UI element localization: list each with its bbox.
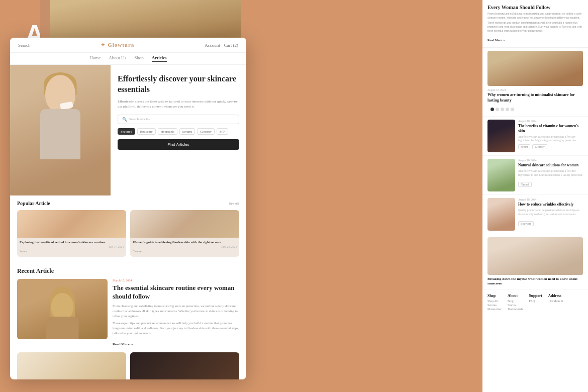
recent-section-title: Recent Article xyxy=(17,267,239,275)
browser-search[interactable]: Search xyxy=(18,43,31,48)
filter-bodycare[interactable]: Bodycare xyxy=(137,128,156,135)
page-dot-4[interactable] xyxy=(506,108,509,111)
person-face xyxy=(45,75,75,113)
filter-serums[interactable]: Serums xyxy=(179,128,195,135)
right-top-desc: From cleansing and exfoliating to moistu… xyxy=(487,12,583,20)
hero-description: Effortlessly access the latest articles … xyxy=(118,99,239,110)
right-card-img-4 xyxy=(487,198,515,231)
right-card-title-3: Natural skincare solutions for women xyxy=(518,163,583,168)
hero-image xyxy=(10,65,111,195)
footer-support-title: Support xyxy=(529,293,542,298)
footer-support: Support FAQ xyxy=(529,293,542,312)
nav-shop[interactable]: Shop xyxy=(134,55,144,62)
search-placeholder: Search articles... xyxy=(129,117,152,121)
popular-card-tag-2: Cleanser xyxy=(133,250,142,253)
find-articles-button[interactable]: Find Articles xyxy=(118,139,239,150)
top-person xyxy=(50,0,241,39)
browser-nav-right: Account Cart (2) xyxy=(205,43,238,48)
hero-person-image xyxy=(10,65,111,195)
browser-window: Search ✦ Glowtura Account Cart (2) Home … xyxy=(10,38,246,379)
recent-section: Recent Article March 15, 2024 The essent… xyxy=(10,262,246,379)
recent-article-content: March 15, 2024 The essential skincare ro… xyxy=(113,279,239,347)
footer-shop-title: Shop xyxy=(487,293,502,298)
footer-support-item-1[interactable]: FAQ xyxy=(529,300,542,303)
footer-shop-item-3[interactable]: Moisturizer xyxy=(487,308,502,311)
right-card-content-4: August 18, 2024 How to reduce wrinkles e… xyxy=(518,198,583,231)
footer-shop-item-2[interactable]: Serums xyxy=(487,304,502,307)
footer-shop: Shop Shop All Serums Moisturizer xyxy=(487,293,502,312)
popular-card-body-2: Women's guide to achieving flawless skin… xyxy=(130,238,239,257)
account-link[interactable]: Account xyxy=(205,43,220,48)
right-card-img-1 xyxy=(487,51,583,86)
cart-link[interactable]: Cart (2) xyxy=(224,43,238,48)
filter-tags: Featured Bodycare Hydrogels Serums Clean… xyxy=(118,128,239,135)
footer-about-item-2[interactable]: Stories xyxy=(508,304,523,307)
footer-address-item-1: 123 Main St xyxy=(548,300,563,303)
popular-card-body-1: Exploring the benefits of retinol in wom… xyxy=(17,238,126,257)
footer-about: About Blog Stories Testimonials xyxy=(508,293,523,312)
page-dot-1[interactable] xyxy=(491,108,494,111)
right-card-3: August 18, 2024 Natural skincare solutio… xyxy=(482,156,588,195)
right-card-title-2: The benefits of vitamin c for women's sk… xyxy=(518,124,583,134)
article-search-bar[interactable]: 🔍 Search articles... xyxy=(118,115,239,124)
hero-section: Effortlessly discover your skincare esse… xyxy=(10,65,246,195)
page-dot-2[interactable] xyxy=(496,108,499,111)
filter-hydrogels[interactable]: Hydrogels xyxy=(158,128,177,135)
popular-card-title-2: Women's guide to achieving flawless skin… xyxy=(133,240,237,244)
page-dot-3[interactable] xyxy=(501,108,504,111)
site-logo[interactable]: ✦ Glowtura xyxy=(101,42,134,48)
right-card-1: August 18, 2024 Why women are turning to… xyxy=(482,48,588,117)
person-body xyxy=(40,109,80,159)
right-sunscreen-img xyxy=(487,237,583,275)
page-dot-5[interactable] xyxy=(511,108,514,111)
article-date: March 15, 2024 xyxy=(113,279,239,282)
right-card-date-4: August 18, 2024 xyxy=(518,198,583,201)
right-card-date-2: August 18, 2024 xyxy=(518,120,583,123)
right-card-4: August 18, 2024 How to reduce wrinkles e… xyxy=(482,195,588,234)
featured-article-title: The essential skincare routine every wom… xyxy=(113,284,239,301)
right-card-2: August 18, 2024 The benefits of vitamin … xyxy=(482,117,588,156)
popular-card-title-1: Exploring the benefits of retinol in wom… xyxy=(20,240,124,244)
article-desc-2: These expert tips and product recommenda… xyxy=(113,321,239,335)
right-card-content-2: August 18, 2024 The benefits of vitamin … xyxy=(518,120,583,152)
right-card-title-1: Why women are turning to minimalist skin… xyxy=(487,92,583,103)
nav-about[interactable]: About Us xyxy=(109,55,126,62)
popular-header: Popular Article See All xyxy=(17,201,239,206)
right-card-title-4: How to reduce wrinkles effectively xyxy=(518,202,583,207)
right-panel: Every Woman Should Follow From cleansing… xyxy=(482,0,588,392)
right-top-article: Every Woman Should Follow From cleansing… xyxy=(482,0,588,48)
top-hero-image xyxy=(50,0,241,39)
read-more-link[interactable]: Read More → xyxy=(113,342,134,346)
right-card-desc-4: Quality products can help reduce wrinkle… xyxy=(518,209,583,216)
footer-about-item-1[interactable]: Blog xyxy=(508,300,523,303)
right-card-tag-serum: Serum xyxy=(518,144,530,149)
filter-cleanser[interactable]: Cleanser xyxy=(197,128,215,135)
see-all-link[interactable]: See All xyxy=(229,202,239,206)
nav-home[interactable]: Home xyxy=(89,55,101,62)
right-card-tag-3: Natural xyxy=(518,182,532,187)
popular-cards: Exploring the benefits of retinol in wom… xyxy=(17,210,239,257)
recent-article-image xyxy=(17,279,108,339)
right-card-desc-2: An effective skin-care results product h… xyxy=(518,135,583,143)
bottom-card-2: Why Women Are Turning to Minimalist Skin… xyxy=(130,352,239,379)
search-icon: 🔍 xyxy=(122,117,127,122)
filter-spf[interactable]: SPF xyxy=(217,128,228,135)
browser-header: Search ✦ Glowtura Account Cart (2) xyxy=(10,38,246,53)
footer-shop-item-1[interactable]: Shop All xyxy=(487,300,502,303)
nav-articles[interactable]: Articles xyxy=(152,55,167,62)
right-card-desc-3: An effective skin-care results product h… xyxy=(518,169,583,177)
right-card-date-1: August 18, 2024 xyxy=(487,88,583,91)
popular-card-img-1 xyxy=(17,210,126,238)
main-nav: Home About Us Shop Articles xyxy=(10,53,246,65)
footer-about-item-3[interactable]: Testimonials xyxy=(508,308,523,311)
right-read-more[interactable]: Read More → xyxy=(487,39,506,42)
right-card-img-2 xyxy=(487,120,515,152)
hero-title: Effortlessly discover your skincare esse… xyxy=(118,74,239,95)
bottom-card-img-1 xyxy=(17,352,126,379)
popular-section: Popular Article See All Exploring the be… xyxy=(10,195,246,262)
bottom-article-cards: Skincare Essentials for Women: Must-Have… xyxy=(17,352,239,379)
recent-person-img xyxy=(17,279,108,339)
hero-content: Effortlessly discover your skincare esse… xyxy=(111,65,246,195)
filter-featured[interactable]: Featured xyxy=(118,128,135,135)
article-desc-1: From cleansing and exfoliating to moistu… xyxy=(113,304,239,318)
